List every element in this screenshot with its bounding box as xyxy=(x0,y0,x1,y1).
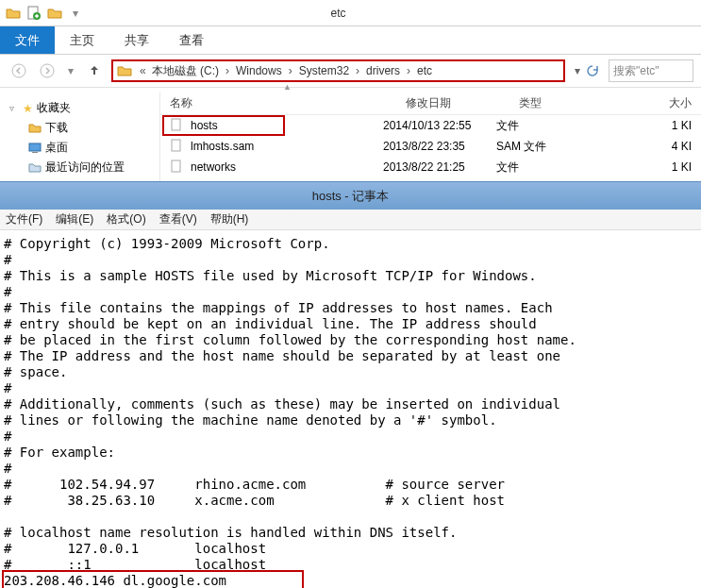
address-bar-row: ▾ « 本地磁盘 (C:) › Windows › System32 › dri… xyxy=(0,55,701,87)
tab-home[interactable]: 主页 xyxy=(55,26,109,54)
chevron-right-icon[interactable]: › xyxy=(221,64,234,77)
folder-icon xyxy=(117,63,132,78)
svg-rect-7 xyxy=(172,140,180,151)
svg-rect-5 xyxy=(32,152,38,153)
breadcrumb[interactable]: « 本地磁盘 (C:) › Windows › System32 › drive… xyxy=(111,59,565,82)
ribbon-tabs: 文件 主页 共享 查看 xyxy=(0,26,701,55)
chevron-down-icon[interactable]: ▿ xyxy=(9,103,19,113)
forward-button[interactable] xyxy=(36,59,58,82)
desktop-icon xyxy=(28,142,42,155)
nav-label: 下载 xyxy=(45,120,68,136)
quick-launch: ▾ xyxy=(0,6,89,21)
chevron-right-icon[interactable]: › xyxy=(284,64,297,77)
file-type: 文件 xyxy=(496,118,600,134)
list-header: 名称 修改日期 类型 大小 xyxy=(160,92,701,115)
breadcrumb-item[interactable]: System32 xyxy=(297,64,351,77)
nav-label: 收藏夹 xyxy=(37,100,71,116)
tab-view[interactable]: 查看 xyxy=(164,26,219,54)
file-size: 4 KI xyxy=(600,140,701,153)
file-row[interactable]: lmhosts.sam 2013/8/22 23:35 SAM 文件 4 KI xyxy=(160,136,701,157)
menu-edit[interactable]: 编辑(E) xyxy=(56,211,93,227)
file-date: 2014/10/13 22:55 xyxy=(383,119,496,132)
folder-open-icon[interactable] xyxy=(47,6,62,21)
breadcrumb-item[interactable]: 本地磁盘 (C:) xyxy=(150,63,221,79)
column-type[interactable]: 类型 xyxy=(519,95,623,111)
up-button[interactable] xyxy=(83,59,106,82)
notepad-textarea[interactable]: # Copyright (c) 1993-2009 Microsoft Corp… xyxy=(0,230,701,588)
nav-favorites[interactable]: ▿ ★ 收藏夹 xyxy=(6,98,159,118)
svg-rect-4 xyxy=(29,143,41,151)
chevron-down-icon[interactable]: ▾ xyxy=(68,6,83,21)
file-size: 1 KI xyxy=(600,160,701,174)
breadcrumb-prefix: « xyxy=(136,64,150,77)
svg-point-2 xyxy=(12,64,25,77)
column-size[interactable]: 大小 xyxy=(623,95,701,111)
search-placeholder: 搜索"etc" xyxy=(613,63,659,79)
nav-downloads[interactable]: 下载 xyxy=(6,118,159,138)
column-date[interactable]: 修改日期 xyxy=(406,95,519,111)
explorer-titlebar: ▾ etc xyxy=(0,0,701,26)
tab-file[interactable]: 文件 xyxy=(0,26,55,54)
breadcrumb-item[interactable]: etc xyxy=(415,64,434,77)
refresh-icon[interactable] xyxy=(586,64,599,77)
explorer-body: ▿ ★ 收藏夹 下载 桌面 最近访问的位置 名称 修改日期 类型 大小 host… xyxy=(0,92,701,181)
star-icon: ★ xyxy=(23,102,33,115)
window-title: etc xyxy=(89,7,588,20)
navigation-pane: ▿ ★ 收藏夹 下载 桌面 最近访问的位置 xyxy=(0,92,160,181)
chevron-down-icon[interactable]: ▾ xyxy=(575,64,580,77)
file-icon xyxy=(170,139,185,154)
notepad-content: # Copyright (c) 1993-2009 Microsoft Corp… xyxy=(4,236,576,588)
file-type: SAM 文件 xyxy=(496,139,600,155)
breadcrumb-item[interactable]: drivers xyxy=(364,64,402,77)
recent-icon xyxy=(28,161,42,175)
file-date: 2013/8/22 23:35 xyxy=(383,140,496,153)
nav-desktop[interactable]: 桌面 xyxy=(6,138,159,158)
column-name[interactable]: 名称 xyxy=(160,95,406,111)
new-file-icon[interactable] xyxy=(26,6,42,21)
notepad-title: hosts - 记事本 xyxy=(312,188,390,205)
notepad-menubar: 文件(F) 编辑(E) 格式(O) 查看(V) 帮助(H) xyxy=(0,210,701,230)
nav-recent[interactable]: 最近访问的位置 xyxy=(6,158,159,177)
menu-format[interactable]: 格式(O) xyxy=(107,211,145,227)
folder-icon[interactable] xyxy=(6,6,21,21)
address-controls: ▾ xyxy=(571,64,603,77)
file-date: 2013/8/22 21:25 xyxy=(383,160,496,174)
file-name: lmhosts.sam xyxy=(191,140,254,153)
file-list: 名称 修改日期 类型 大小 hosts 2014/10/13 22:55 文件 … xyxy=(160,92,701,181)
menu-help[interactable]: 帮助(H) xyxy=(210,211,249,227)
back-button[interactable] xyxy=(8,59,30,82)
notepad-titlebar: hosts - 记事本 xyxy=(0,181,701,210)
menu-file[interactable]: 文件(F) xyxy=(6,211,42,227)
file-icon xyxy=(170,160,185,175)
hosts-highlight xyxy=(162,115,285,136)
svg-point-3 xyxy=(41,64,54,77)
nav-label: 最近访问的位置 xyxy=(45,160,125,176)
chevron-right-icon[interactable]: › xyxy=(351,64,364,77)
nav-label: 桌面 xyxy=(45,140,68,156)
custom-lines-highlight xyxy=(2,570,304,588)
menu-view[interactable]: 查看(V) xyxy=(159,211,197,227)
file-name: networks xyxy=(191,160,236,174)
file-row[interactable]: networks 2013/8/22 21:25 文件 1 KI xyxy=(160,157,701,177)
tab-share[interactable]: 共享 xyxy=(109,26,164,54)
breadcrumb-item[interactable]: Windows xyxy=(234,64,284,77)
chevron-right-icon[interactable]: › xyxy=(402,64,415,77)
folder-icon xyxy=(28,122,42,135)
search-input[interactable]: 搜索"etc" xyxy=(609,59,693,82)
file-type: 文件 xyxy=(496,160,600,176)
file-size: 1 KI xyxy=(600,119,701,132)
svg-rect-8 xyxy=(172,160,180,172)
history-dropdown-icon[interactable]: ▾ xyxy=(64,64,77,77)
